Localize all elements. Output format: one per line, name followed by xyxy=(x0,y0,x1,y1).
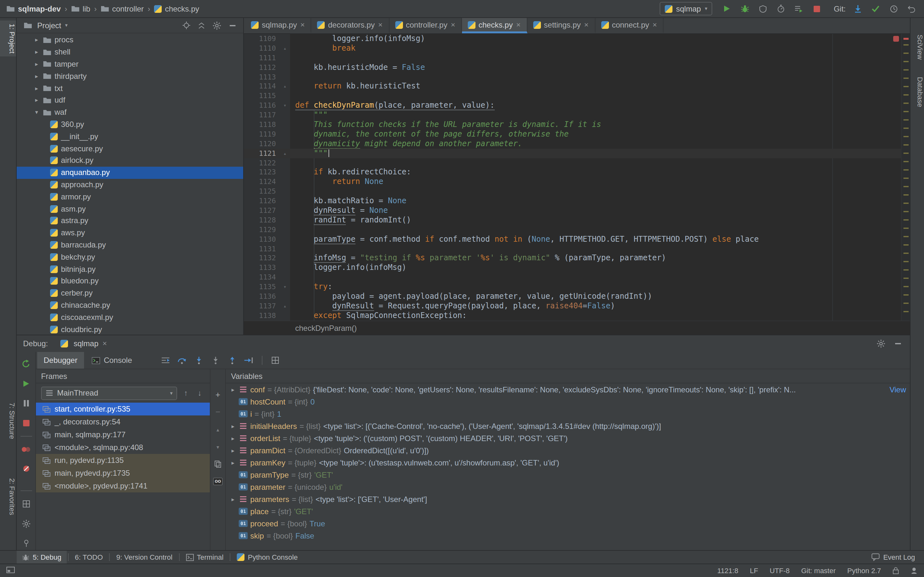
chevron-right-icon[interactable]: ▸ xyxy=(33,49,40,55)
force-step-into-button[interactable] xyxy=(208,353,223,367)
stop-button[interactable] xyxy=(19,416,33,430)
remove-watch-button[interactable]: − xyxy=(212,407,224,417)
warning-stripe-mark[interactable] xyxy=(903,211,909,212)
gutter-line-1131[interactable]: 1131 xyxy=(244,244,290,253)
view-value-link[interactable]: View xyxy=(882,385,906,394)
move-watch-up-button[interactable]: ▲ xyxy=(212,424,224,435)
profiler-button[interactable] xyxy=(775,3,787,15)
code-line-1136[interactable]: payload = agent.payload(place, parameter… xyxy=(290,292,901,301)
code-line-1116[interactable]: def checkDynParam(place, parameter, valu… xyxy=(290,101,901,110)
tree-item-cloudbric-py[interactable]: cloudbric.py xyxy=(17,323,243,335)
move-watch-down-button[interactable]: ▼ xyxy=(212,442,224,452)
code-line-1137[interactable]: dynResult = Request.queryPage(payload, p… xyxy=(290,301,901,311)
fold-marker-icon[interactable]: ▾ xyxy=(280,103,290,108)
gutter-line-1132[interactable]: 1132 xyxy=(244,253,290,263)
toolwindow-button-database[interactable]: Database xyxy=(911,77,924,107)
breadcrumb-item-controller[interactable]: controller xyxy=(100,4,144,13)
toolwindow-button-sciview[interactable]: SciView xyxy=(911,35,924,60)
profiler-results-button[interactable] xyxy=(793,3,805,15)
code-line-1123[interactable]: if kb.redirectChoice: xyxy=(290,168,901,177)
warning-stripe-mark[interactable] xyxy=(903,194,909,195)
code-line-1124[interactable]: return None xyxy=(290,177,901,187)
gutter-line-1113[interactable]: 1113 xyxy=(244,72,290,82)
editor-tab-controller-py[interactable]: controller.py✕ xyxy=(389,18,462,33)
editor-tab-settings-py[interactable]: settings.py✕ xyxy=(527,18,595,33)
tree-item-chinacache-py[interactable]: chinacache.py xyxy=(17,299,243,311)
chevron-right-icon[interactable]: ▸ xyxy=(230,423,236,429)
warning-stripe-mark[interactable] xyxy=(903,311,909,312)
status-1121-8[interactable]: 1121:8 xyxy=(717,567,738,574)
code-line-1112[interactable]: kb.heuristicMode = False xyxy=(290,63,901,72)
stack-frame-3[interactable]: <module>, sqlmap.py:408 xyxy=(36,441,210,454)
warning-stripe-mark[interactable] xyxy=(903,286,909,287)
status-utf-8[interactable]: UTF-8 xyxy=(770,567,790,574)
variable-row-paramdict[interactable]: ▸paramDict = {OrderedDict} OrderedDict([… xyxy=(226,444,910,456)
show-watches-button[interactable]: oo xyxy=(212,476,224,487)
toolwindow-toggle-button[interactable] xyxy=(6,567,15,574)
variable-row-parameter[interactable]: 01parameter = {unicode} u'id' xyxy=(226,481,910,493)
close-icon[interactable]: ✕ xyxy=(300,21,305,28)
chevron-right-icon[interactable]: ▸ xyxy=(230,386,236,393)
stack-frame-4[interactable]: run, pydevd.py:1135 xyxy=(36,454,210,467)
tree-item-waf[interactable]: ▾waf xyxy=(17,106,243,119)
fold-marker-icon[interactable]: ▴ xyxy=(280,150,290,156)
tree-item-cerber-py[interactable]: cerber.py xyxy=(17,287,243,299)
variable-row-paramkey[interactable]: ▸paramKey = {tuple} <type 'tuple'>: (u't… xyxy=(226,456,910,469)
code-line-1119[interactable]: dynamic, the content of the page differs… xyxy=(290,129,901,139)
run-to-cursor-button[interactable] xyxy=(241,353,257,367)
gutter-line-1134[interactable]: 1134 xyxy=(244,273,290,282)
toolwindow-button-1-project[interactable]: 1: Project xyxy=(0,21,16,57)
variable-row-paramtype[interactable]: 01paramType = {str} 'GET' xyxy=(226,469,910,481)
gutter-line-1116[interactable]: 1116▾ xyxy=(244,101,290,110)
code-line-1120[interactable]: dynamicity might depend on another param… xyxy=(290,139,901,149)
chevron-right-icon[interactable]: ▸ xyxy=(230,435,236,442)
debug-button[interactable] xyxy=(739,3,751,15)
highlighting-level-button[interactable] xyxy=(911,567,918,574)
breadcrumb-item-sqlmap-dev[interactable]: sqlmap-dev xyxy=(6,4,61,13)
next-frame-button[interactable]: ↓ xyxy=(195,388,205,398)
variable-row-initialheaders[interactable]: ▸initialHeaders = {list} <type 'list'>: … xyxy=(226,420,910,432)
warning-stripe-mark[interactable] xyxy=(903,169,909,171)
code-line-1121[interactable]: """ xyxy=(290,148,901,158)
status-git-master[interactable]: Git: master xyxy=(801,567,836,574)
warning-stripe-mark[interactable] xyxy=(903,269,909,271)
warning-stripe-mark[interactable] xyxy=(903,86,909,87)
tree-item-bitninja-py[interactable]: bitninja.py xyxy=(17,263,243,275)
readonly-lock-button[interactable] xyxy=(893,567,899,574)
gutter-line-1117[interactable]: 1117 xyxy=(244,110,290,120)
code-line-1111[interactable] xyxy=(290,53,901,63)
debug-tab-debugger[interactable]: Debugger xyxy=(37,352,84,369)
stack-frame-0[interactable]: start, controller.py:535 xyxy=(36,403,210,416)
gutter-line-1121[interactable]: 1121▴ xyxy=(244,148,290,158)
warning-stripe-mark[interactable] xyxy=(903,136,909,137)
fold-marker-icon[interactable]: ▾ xyxy=(280,284,290,290)
warning-stripe-mark[interactable] xyxy=(903,144,909,145)
code-line-1130[interactable]: paramType = conf.method if conf.method n… xyxy=(290,234,901,244)
previous-frame-button[interactable]: ↑ xyxy=(181,388,191,398)
tree-item-bekchy-py[interactable]: bekchy.py xyxy=(17,251,243,263)
tree-item-txt[interactable]: ▸txt xyxy=(17,82,243,94)
chevron-right-icon[interactable]: ▸ xyxy=(33,73,40,79)
tree-item-anquanbao-py[interactable]: anquanbao.py xyxy=(17,167,243,179)
git-rollback-button[interactable] xyxy=(905,3,918,15)
fold-marker-icon[interactable]: ▴ xyxy=(280,303,290,309)
code-line-1110[interactable]: break xyxy=(290,44,901,53)
editor-tab-connect-py[interactable]: connect.py✕ xyxy=(595,18,664,33)
gutter-line-1130[interactable]: 1130 xyxy=(244,234,290,244)
code-line-1129[interactable] xyxy=(290,225,901,235)
status-python-2-7[interactable]: Python 2.7 xyxy=(847,567,881,574)
close-icon[interactable]: ✕ xyxy=(378,21,383,28)
run-button[interactable] xyxy=(721,3,733,15)
code-line-1128[interactable]: randInt = randomInt() xyxy=(290,215,901,225)
warning-stripe-mark[interactable] xyxy=(903,69,909,71)
variable-row-conf[interactable]: ▸conf = {AttribDict} {'fileDest': None, … xyxy=(226,384,910,396)
tree-item-asm-py[interactable]: asm.py xyxy=(17,203,243,215)
collapse-all-button[interactable] xyxy=(196,21,207,29)
warning-stripe-mark[interactable] xyxy=(903,186,909,187)
warning-stripe-mark[interactable] xyxy=(903,227,909,229)
warning-stripe-mark[interactable] xyxy=(903,244,909,245)
tree-item-ciscoacexml-py[interactable]: ciscoacexml.py xyxy=(17,311,243,324)
debug-settings-button[interactable] xyxy=(875,339,887,348)
gutter-line-1129[interactable]: 1129 xyxy=(244,225,290,235)
chevron-right-icon[interactable]: ▸ xyxy=(33,97,40,103)
